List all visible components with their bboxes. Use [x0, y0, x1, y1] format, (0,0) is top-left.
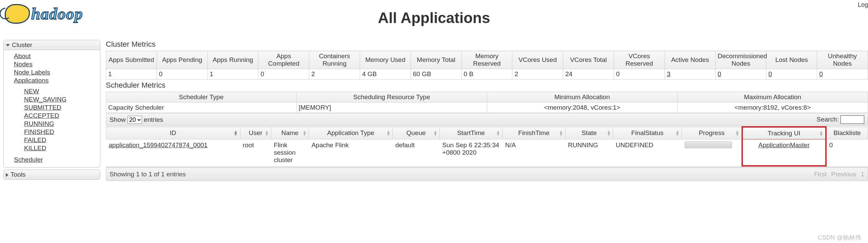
- sidebar-state-new-saving[interactable]: NEW_SAVING: [24, 96, 66, 103]
- col-finish[interactable]: FinishTime▲▼: [502, 127, 565, 139]
- sort-icon: ▲▼: [607, 130, 611, 136]
- sidebar-state-killed[interactable]: KILLED: [24, 145, 46, 152]
- caret-right-icon: [6, 173, 8, 177]
- caret-down-icon: [6, 44, 10, 47]
- col-apptype[interactable]: Application Type▲▼: [309, 127, 393, 139]
- sidebar-link-scheduler[interactable]: Scheduler: [14, 156, 43, 163]
- sidebar-tools-box: Tools: [3, 170, 100, 180]
- pager-prev[interactable]: Previous: [831, 171, 856, 178]
- cm-header: Lost Nodes: [766, 51, 817, 69]
- cm-header: VCores Total: [563, 51, 614, 69]
- sort-icon: ▲▼: [265, 130, 269, 136]
- sort-icon: ▲▼: [496, 130, 500, 136]
- sidebar-state-running[interactable]: RUNNING: [24, 120, 54, 127]
- sidebar-state-submitted[interactable]: SUBMITTED: [24, 104, 61, 111]
- cm-header: Memory Reserved: [461, 51, 512, 69]
- sidebar-state-new[interactable]: NEW: [24, 88, 39, 95]
- cm-header: VCores Reserved: [614, 51, 665, 69]
- cell-start: Sun Sep 6 22:35:34 +0800 2020: [439, 139, 502, 166]
- sidebar-link-nodes[interactable]: Nodes: [14, 61, 33, 68]
- cm-value: 24: [563, 69, 614, 80]
- col-id[interactable]: ID▲▼: [106, 127, 240, 139]
- sort-icon: ▲▼: [819, 131, 823, 136]
- sm-header: Scheduler Type: [106, 92, 297, 103]
- sort-icon: ▲▼: [675, 130, 679, 136]
- col-name[interactable]: Name▲▼: [271, 127, 309, 139]
- login-status[interactable]: Logge: [858, 1, 868, 8]
- col-tracking[interactable]: Tracking UI▲▼: [742, 127, 826, 139]
- cell-blacklist: 0: [826, 139, 868, 166]
- elephant-icon: [5, 4, 30, 24]
- cm-value: 0: [258, 69, 309, 80]
- sidebar-state-finished[interactable]: FINISHED: [24, 128, 54, 135]
- sort-icon: ▲▼: [234, 130, 238, 136]
- cluster-metrics-table: Apps SubmittedApps PendingApps RunningAp…: [106, 51, 868, 80]
- page-title: All Applications: [0, 9, 868, 26]
- cell-apptype: Apache Flink: [309, 139, 393, 166]
- sm-header: Maximum Allocation: [677, 92, 868, 103]
- search-control: Search:: [816, 115, 864, 124]
- cm-header: Active Nodes: [665, 51, 715, 69]
- datatable-info: Showing 1 to 1 of 1 entries: [110, 171, 186, 178]
- col-user[interactable]: User▲▼: [240, 127, 271, 139]
- sort-icon: ▲▼: [302, 130, 307, 136]
- app-id-link[interactable]: application_1599402747874_0001: [109, 141, 208, 149]
- cm-value: 2: [309, 69, 360, 80]
- scheduler-metrics-title: Scheduler Metrics: [106, 81, 868, 90]
- sidebar-app-states: NEW NEW_SAVING SUBMITTED ACCEPTED RUNNIN…: [4, 87, 100, 152]
- cm-value: 4 GB: [360, 69, 411, 80]
- cm-header: Apps Submitted: [106, 51, 157, 69]
- sort-icon: ▲▼: [386, 130, 390, 136]
- scheduler-metrics-table: Scheduler TypeScheduling Resource TypeMi…: [106, 92, 868, 113]
- cluster-metrics-title: Cluster Metrics: [106, 40, 868, 49]
- cell-state: RUNNING: [565, 139, 613, 166]
- sidebar-cluster-header[interactable]: Cluster: [4, 40, 100, 50]
- sidebar-state-accepted[interactable]: ACCEPTED: [24, 112, 59, 119]
- cell-finish: N/A: [502, 139, 565, 166]
- cm-value[interactable]: 0: [715, 69, 766, 80]
- cm-header: Memory Used: [360, 51, 411, 69]
- col-blacklist[interactable]: Blackliste: [826, 127, 868, 139]
- search-input[interactable]: [841, 115, 864, 124]
- sidebar-link-nodelabels[interactable]: Node Labels: [14, 69, 50, 76]
- col-state[interactable]: State▲▼: [565, 127, 613, 139]
- sidebar-tools-header[interactable]: Tools: [4, 170, 100, 179]
- cm-value[interactable]: 0: [817, 69, 868, 80]
- cm-header: Apps Completed: [258, 51, 309, 69]
- cm-header: Unhealthy Nodes: [817, 51, 868, 69]
- col-queue[interactable]: Queue▲▼: [393, 127, 439, 139]
- cm-header: Apps Pending: [157, 51, 208, 69]
- sort-icon: ▲▼: [433, 130, 437, 136]
- cm-value[interactable]: 3: [665, 69, 715, 80]
- applications-table: ID▲▼ User▲▼ Name▲▼ Application Type▲▼ Qu…: [106, 126, 868, 167]
- pager-first[interactable]: First: [814, 171, 827, 178]
- col-final[interactable]: FinalStatus▲▼: [613, 127, 682, 139]
- main-content: Cluster Metrics Apps SubmittedApps Pendi…: [100, 40, 868, 181]
- cm-header: Decommissioned Nodes: [715, 51, 766, 69]
- cm-value: 2: [512, 69, 563, 80]
- logo-text: hadoop: [31, 4, 83, 23]
- sidebar-link-about[interactable]: About: [14, 52, 31, 60]
- cm-header: Memory Total: [411, 51, 461, 69]
- sort-icon: ▲▼: [559, 130, 563, 136]
- page-length-control: Show 20 entries: [110, 116, 163, 124]
- cm-header: Apps Running: [208, 51, 258, 69]
- cm-value[interactable]: 0: [766, 69, 817, 80]
- sm-value: Capacity Scheduler: [106, 103, 297, 113]
- sidebar: Cluster About Nodes Node Labels Applicat…: [3, 40, 100, 182]
- tracking-ui-link[interactable]: ApplicationMaster: [758, 141, 810, 149]
- sm-value: <memory:8192, vCores:8>: [677, 103, 868, 113]
- datatable-pager: First Previous 1: [811, 171, 864, 178]
- col-progress[interactable]: Progress▲▼: [682, 127, 742, 139]
- datatable-footer: Showing 1 to 1 of 1 entries First Previo…: [106, 167, 868, 181]
- hadoop-logo[interactable]: hadoop: [5, 3, 83, 24]
- col-start[interactable]: StartTime▲▼: [439, 127, 502, 139]
- cm-value: 0 B: [461, 69, 512, 80]
- sm-value: <memory:2048, vCores:1>: [487, 103, 677, 113]
- datatable-controls: Show 20 entries Search:: [106, 113, 868, 126]
- pager-page[interactable]: 1: [861, 171, 864, 178]
- sidebar-link-applications[interactable]: Applications: [14, 77, 48, 84]
- sidebar-state-failed[interactable]: FAILED: [24, 136, 46, 143]
- sm-header: Scheduling Resource Type: [296, 92, 487, 103]
- page-length-select[interactable]: 20: [127, 116, 142, 124]
